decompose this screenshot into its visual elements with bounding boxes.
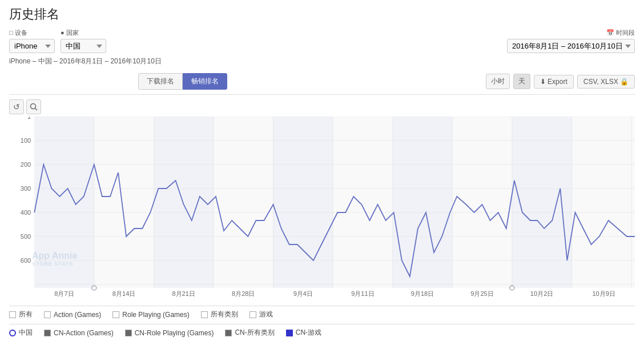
legend-cn-action: CN-Action (Games) <box>44 328 114 338</box>
chart-svg: 1 100 200 300 400 500 600 8月7日 8月14日 8月2… <box>9 117 635 299</box>
svg-point-0 <box>31 104 36 109</box>
legend-icon-all <box>9 311 16 318</box>
svg-rect-3 <box>34 117 94 288</box>
legend-cn: 中国 <box>9 328 33 338</box>
legend-icon-roleplaying <box>112 311 119 318</box>
right-controls: 小时 天 ⬇ Export CSV, XLSX 🔒 <box>486 74 635 89</box>
device-filter: □ 设备 iPhone iPad <box>9 29 55 53</box>
legend-action: Action (Games) <box>44 310 101 319</box>
svg-text:8月28日: 8月28日 <box>232 290 255 297</box>
svg-text:400: 400 <box>21 209 31 216</box>
legend-allcategory: 所有类别 <box>201 310 238 319</box>
country-select[interactable]: 中国 美国 日本 <box>61 39 106 53</box>
legend-label-action: Action (Games) <box>54 311 101 319</box>
svg-text:8月7日: 8月7日 <box>54 290 74 297</box>
svg-rect-5 <box>273 117 333 288</box>
legend-icon-cn-action <box>44 330 51 336</box>
legend-games: 游戏 <box>249 310 273 319</box>
svg-text:8月14日: 8月14日 <box>112 290 136 297</box>
chart-controls: ↺ <box>9 99 635 114</box>
legend-icon-allcategory <box>201 311 208 318</box>
svg-text:10月2日: 10月2日 <box>530 290 554 297</box>
svg-rect-6 <box>393 117 453 288</box>
svg-text:9月4日: 9月4日 <box>293 290 313 297</box>
svg-text:9月18日: 9月18日 <box>411 290 434 297</box>
legend-label-cn-allcategory: CN-所有类别 <box>235 328 274 338</box>
device-label: □ 设备 <box>9 29 55 37</box>
svg-text:9月25日: 9月25日 <box>470 290 494 297</box>
legend-row-2: 中国 CN-Action (Games) CN-Role Playing (Ga… <box>9 324 635 338</box>
day-button[interactable]: 天 <box>513 74 530 89</box>
tab-group: 下载排名 畅销排名 <box>138 73 227 90</box>
svg-text:9月11日: 9月11日 <box>351 290 375 297</box>
svg-text:300: 300 <box>21 185 31 192</box>
svg-text:200: 200 <box>21 161 31 168</box>
legend-icon-cn-roleplaying <box>125 330 132 336</box>
svg-text:10月9日: 10月9日 <box>592 290 615 297</box>
format-button[interactable]: CSV, XLSX 🔒 <box>577 75 635 89</box>
toolbar: 下载排名 畅销排名 小时 天 ⬇ Export CSV, XLSX 🔒 <box>9 73 635 95</box>
legend-all: 所有 <box>9 310 33 319</box>
page-title: 历史排名 <box>9 6 635 23</box>
legend-label-all: 所有 <box>19 310 33 319</box>
legend-icon-cn-allcategory <box>225 330 232 336</box>
country-label: ● 国家 <box>61 29 106 37</box>
legend-row-1: 所有 Action (Games) Role Playing (Games) 所… <box>9 306 635 319</box>
legend-cn-roleplaying: CN-Role Playing (Games) <box>125 328 214 338</box>
breadcrumb: iPhone – 中国 – 2016年8月1日 – 2016年10月10日 <box>9 57 635 66</box>
date-label: 📅 时间段 <box>606 29 635 37</box>
tab-download[interactable]: 下载排名 <box>138 73 183 90</box>
legend-cn-games: CN-游戏 <box>286 328 321 338</box>
svg-rect-4 <box>154 117 214 288</box>
device-select[interactable]: iPhone iPad <box>9 39 55 53</box>
legend-roleplaying: Role Playing (Games) <box>112 310 189 319</box>
legend-icon-cn <box>9 330 16 336</box>
legend-icon-games <box>249 311 256 318</box>
legend-label-cn-action: CN-Action (Games) <box>54 329 114 337</box>
hour-button[interactable]: 小时 <box>486 74 510 89</box>
reset-button[interactable]: ↺ <box>9 99 24 114</box>
svg-text:8月21日: 8月21日 <box>172 290 195 297</box>
svg-line-1 <box>35 109 38 111</box>
date-filter: 📅 时间段 2016年8月1日 – 2016年10月10日 <box>507 29 635 53</box>
legend-cn-allcategory: CN-所有类别 <box>225 328 274 338</box>
svg-text:100: 100 <box>21 137 31 144</box>
filter-row: □ 设备 iPhone iPad ● 国家 中国 美国 日本 📅 时间段 201… <box>9 29 635 53</box>
svg-text:500: 500 <box>21 233 31 240</box>
svg-text:1: 1 <box>27 117 31 120</box>
zoom-icon <box>30 103 38 111</box>
legend-label-cn-roleplaying: CN-Role Playing (Games) <box>135 329 214 337</box>
date-select[interactable]: 2016年8月1日 – 2016年10月10日 <box>507 39 635 53</box>
legend-label-allcategory: 所有类别 <box>211 310 238 319</box>
zoom-button[interactable] <box>26 99 41 114</box>
svg-rect-7 <box>512 117 572 288</box>
export-button[interactable]: ⬇ Export <box>534 75 574 89</box>
svg-text:600: 600 <box>21 257 31 264</box>
country-filter: ● 国家 中国 美国 日本 <box>61 29 106 53</box>
legend-label-cn: 中国 <box>19 328 33 338</box>
legend-label-games: 游戏 <box>259 310 273 319</box>
legend-icon-cn-games <box>286 330 293 336</box>
legend-icon-action <box>44 311 51 318</box>
chart-wrapper: App Annie STORE STATS <box>9 117 635 301</box>
legend-label-roleplaying: Role Playing (Games) <box>122 311 189 319</box>
legend-label-cn-games: CN-游戏 <box>296 328 321 338</box>
tab-bestseller[interactable]: 畅销排名 <box>183 73 227 90</box>
